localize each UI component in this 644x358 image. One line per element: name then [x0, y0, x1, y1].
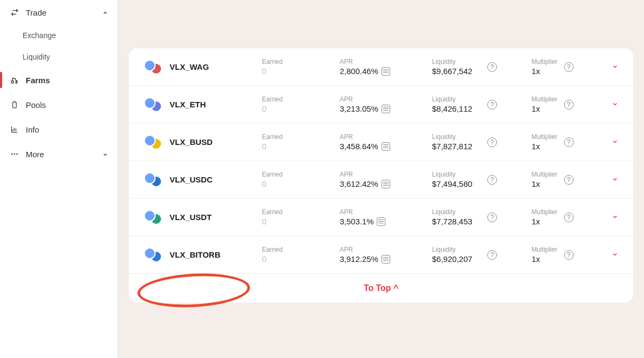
multiplier-cell: Multiplier 1x ?	[532, 133, 597, 151]
pair-icons	[144, 210, 163, 225]
nav-info-label: Info	[26, 125, 39, 134]
earned-cell: Earned 0	[262, 133, 334, 151]
nav-more[interactable]: More	[0, 142, 118, 166]
expand-button[interactable]	[602, 175, 618, 185]
help-icon[interactable]: ?	[564, 100, 574, 109]
tractor-icon	[10, 75, 19, 85]
earned-label: Earned	[262, 246, 334, 253]
nav-exchange[interactable]: Exchange	[0, 25, 118, 46]
liquidity-label: Liquidity	[432, 96, 472, 103]
farm-row[interactable]: VLX_BITORB Earned 0 APR 3,912.25% Liquid…	[129, 236, 633, 274]
farms-card: VLX_WAG Earned 0 APR 2,800.46% Liquidity…	[129, 48, 633, 303]
earned-value: 0	[262, 254, 334, 264]
help-icon[interactable]: ?	[487, 100, 497, 109]
nav-info[interactable]: Info	[0, 117, 118, 142]
apr-value: 2,800.46%	[340, 67, 427, 76]
pair-cell: VLX_BUSD	[144, 135, 257, 150]
nav-more-label: More	[26, 150, 44, 159]
pair-name: VLX_USDC	[170, 175, 213, 184]
help-icon[interactable]: ?	[564, 175, 574, 185]
pair-cell: VLX_ETH	[144, 97, 257, 112]
farm-row[interactable]: VLX_USDC Earned 0 APR 3,612.42% Liquidit…	[129, 161, 633, 199]
pair-icons	[144, 60, 163, 75]
to-top-button[interactable]: To Top ^	[129, 274, 633, 303]
multiplier-value: 1x	[532, 142, 558, 151]
svg-point-1	[16, 82, 17, 83]
help-icon[interactable]: ?	[564, 213, 574, 222]
farm-row[interactable]: VLX_ETH Earned 0 APR 3,213.05% Liquidity…	[129, 86, 633, 123]
pair-cell: VLX_BITORB	[144, 247, 257, 262]
apr-label: APR	[340, 208, 427, 216]
liquidity-cell: Liquidity $8,426,112 ?	[432, 96, 526, 113]
apr-value: 3,213.05%	[340, 104, 427, 113]
pair-name: VLX_BITORB	[170, 250, 221, 259]
svg-point-2	[11, 154, 13, 155]
calculator-icon[interactable]	[382, 105, 390, 113]
multiplier-cell: Multiplier 1x ?	[532, 96, 597, 113]
nav-pools[interactable]: Pools	[0, 92, 118, 117]
help-icon[interactable]: ?	[564, 137, 574, 147]
expand-button[interactable]	[602, 100, 618, 109]
apr-cell: APR 3,612.42%	[340, 171, 427, 188]
multiplier-cell: Multiplier 1x ?	[532, 208, 597, 226]
pair-cell: VLX_USDT	[144, 210, 257, 225]
liquidity-cell: Liquidity $7,494,580 ?	[432, 171, 526, 188]
earned-cell: Earned 0	[262, 208, 334, 226]
apr-cell: APR 3,458.64%	[340, 133, 427, 151]
liquidity-label: Liquidity	[432, 133, 472, 141]
expand-button[interactable]	[602, 213, 618, 222]
farm-row[interactable]: VLX_BUSD Earned 0 APR 3,458.64% Liquidit…	[129, 123, 633, 161]
help-icon[interactable]: ?	[487, 62, 497, 72]
liquidity-value: $8,426,112	[432, 104, 472, 113]
liquidity-label: Liquidity	[432, 171, 472, 178]
expand-button[interactable]	[602, 250, 618, 260]
coin-a-icon	[144, 172, 156, 184]
help-icon[interactable]: ?	[487, 250, 497, 260]
calculator-icon[interactable]	[382, 180, 390, 188]
liquidity-label: Liquidity	[432, 246, 472, 253]
earned-label: Earned	[262, 208, 334, 216]
expand-button[interactable]	[602, 62, 618, 72]
multiplier-label: Multiplier	[532, 96, 558, 103]
apr-cell: APR 3,503.1%	[340, 208, 427, 226]
help-icon[interactable]: ?	[564, 250, 574, 260]
chevron-down-icon	[103, 150, 108, 159]
calculator-icon[interactable]	[382, 142, 390, 151]
multiplier-value: 1x	[532, 67, 558, 76]
earned-value: 0	[262, 217, 334, 226]
apr-cell: APR 2,800.46%	[340, 58, 427, 76]
sidebar: Trade Exchange Liquidity Farms Pools Inf…	[0, 0, 118, 358]
multiplier-label: Multiplier	[532, 171, 558, 178]
multiplier-cell: Multiplier 1x ?	[532, 171, 597, 188]
coin-a-icon	[144, 247, 156, 259]
pair-icons	[144, 247, 163, 262]
earned-cell: Earned 0	[262, 58, 334, 76]
earned-value: 0	[262, 179, 334, 188]
liquidity-value: $7,827,812	[432, 142, 472, 151]
coin-a-icon	[144, 135, 156, 147]
expand-button[interactable]	[602, 137, 618, 147]
help-icon[interactable]: ?	[487, 175, 497, 185]
liquidity-value: $6,920,207	[432, 254, 472, 264]
nav-trade-label: Trade	[26, 8, 47, 17]
liquidity-value: $9,667,542	[432, 67, 472, 76]
help-icon[interactable]: ?	[487, 213, 497, 222]
calculator-icon[interactable]	[382, 255, 390, 264]
svg-point-4	[16, 154, 18, 155]
calculator-icon[interactable]	[382, 67, 390, 76]
svg-point-3	[14, 154, 16, 155]
calculator-icon[interactable]	[377, 217, 385, 226]
pair-name: VLX_BUSD	[170, 137, 213, 147]
help-icon[interactable]: ?	[564, 62, 574, 72]
earned-cell: Earned 0	[262, 171, 334, 188]
farm-row[interactable]: VLX_WAG Earned 0 APR 2,800.46% Liquidity…	[129, 48, 633, 86]
earned-value: 0	[262, 67, 334, 76]
earned-label: Earned	[262, 58, 334, 65]
help-icon[interactable]: ?	[487, 137, 497, 147]
liquidity-label: Liquidity	[432, 208, 472, 216]
nav-farms[interactable]: Farms	[0, 68, 118, 92]
multiplier-cell: Multiplier 1x ?	[532, 58, 597, 76]
nav-liquidity[interactable]: Liquidity	[0, 46, 118, 68]
nav-trade[interactable]: Trade	[0, 0, 118, 25]
farm-row[interactable]: VLX_USDT Earned 0 APR 3,503.1% Liquidity…	[129, 199, 633, 236]
